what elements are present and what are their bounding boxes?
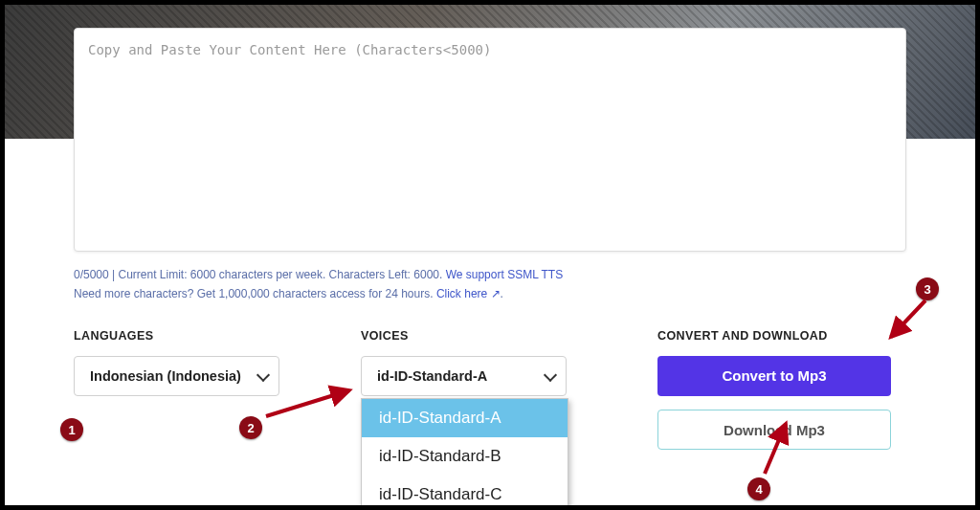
controls-row: LANGUAGES Indonesian (Indonesia) VOICES … bbox=[74, 329, 906, 463]
language-select[interactable]: Indonesian (Indonesia) bbox=[74, 356, 279, 396]
annotation-badge-4: 4 bbox=[747, 477, 770, 500]
limit-text: | Current Limit: 6000 characters per wee… bbox=[109, 268, 446, 281]
content-textarea[interactable] bbox=[74, 28, 906, 252]
voice-select-wrap: id-ID-Standard-A id-ID-Standard-A id-ID-… bbox=[361, 356, 567, 396]
period: . bbox=[501, 287, 503, 300]
voice-option[interactable]: id-ID-Standard-B bbox=[362, 437, 568, 476]
click-here-link[interactable]: Click here ↗ bbox=[436, 287, 501, 300]
convert-column: CONVERT AND DOWNLOAD Convert to Mp3 Down… bbox=[657, 329, 906, 463]
languages-label: LANGUAGES bbox=[74, 329, 361, 343]
need-more-text: Need more characters? Get 1,000,000 char… bbox=[74, 287, 436, 300]
content-area: 0/5000 | Current Limit: 6000 characters … bbox=[74, 28, 906, 463]
char-counter: 0/5000 bbox=[74, 268, 109, 281]
annotation-number: 4 bbox=[747, 477, 770, 500]
annotation-badge-3: 3 bbox=[916, 277, 939, 300]
voice-option[interactable]: id-ID-Standard-A bbox=[362, 399, 568, 437]
voice-dropdown-list: id-ID-Standard-A id-ID-Standard-B id-ID-… bbox=[361, 398, 568, 505]
download-button[interactable]: Download Mp3 bbox=[657, 410, 891, 450]
convert-button[interactable]: Convert to Mp3 bbox=[657, 356, 891, 396]
annotation-number: 3 bbox=[916, 277, 939, 300]
voices-column: VOICES id-ID-Standard-A id-ID-Standard-A… bbox=[361, 329, 648, 463]
voices-label: VOICES bbox=[361, 329, 648, 343]
ssml-link[interactable]: We support SSML TTS bbox=[446, 268, 564, 281]
convert-label: CONVERT AND DOWNLOAD bbox=[657, 329, 906, 343]
voice-select[interactable]: id-ID-Standard-A bbox=[361, 356, 567, 396]
language-select-wrap: Indonesian (Indonesia) bbox=[74, 356, 279, 396]
app-frame: 0/5000 | Current Limit: 6000 characters … bbox=[5, 5, 975, 505]
meta-info: 0/5000 | Current Limit: 6000 characters … bbox=[74, 265, 906, 304]
voice-option[interactable]: id-ID-Standard-C bbox=[362, 476, 568, 505]
languages-column: LANGUAGES Indonesian (Indonesia) bbox=[74, 329, 361, 463]
